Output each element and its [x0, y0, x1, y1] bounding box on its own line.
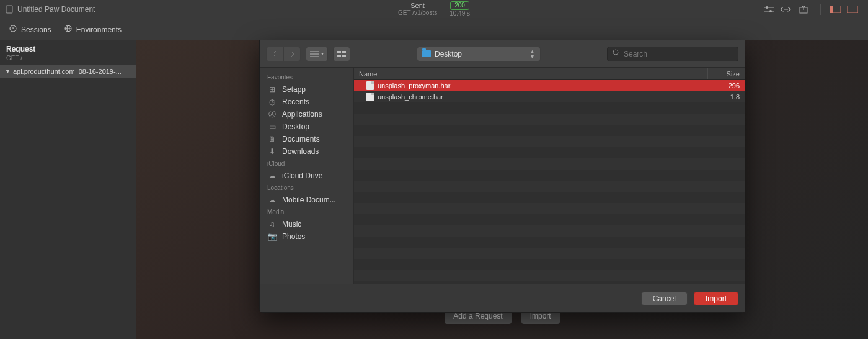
file-row[interactable]: unsplash_chrome.har 1.8 — [354, 91, 745, 102]
tree-item[interactable]: ▼ api.producthunt.com_08-16-2019-... — [0, 65, 136, 78]
globe-icon — [64, 24, 73, 35]
export-icon[interactable] — [797, 4, 810, 15]
sidebar-item-recents[interactable]: ◷Recents — [260, 96, 353, 108]
right-panel-toggle-icon[interactable] — [846, 4, 859, 15]
file-size: 1.8 — [707, 93, 745, 101]
nav-forward-button[interactable] — [283, 47, 301, 61]
dialog-toolbar: ▾ Desktop ▲▼ — [260, 40, 745, 68]
left-panel-toggle-icon[interactable] — [828, 4, 842, 15]
sidebar-item-label: Downloads — [282, 147, 319, 156]
search-input[interactable] — [624, 50, 733, 58]
history-icon — [9, 24, 17, 35]
file-name: unsplash_chrome.har — [378, 93, 707, 101]
file-icon — [366, 93, 374, 101]
status-path: GET /v1/posts — [398, 9, 437, 17]
sidebar-item-label: Recents — [282, 97, 309, 106]
titlebar-status: Sent GET /v1/posts 200 10.49 s — [0, 1, 868, 17]
request-title: Request — [0, 40, 136, 55]
svg-rect-18 — [337, 55, 341, 57]
svg-rect-7 — [830, 6, 833, 13]
settings-sliders-icon[interactable] — [762, 4, 776, 15]
downloads-icon: ⬇ — [267, 147, 277, 156]
link-icon[interactable] — [779, 4, 793, 15]
svg-rect-16 — [337, 51, 341, 53]
sidebar-item-label: Setapp — [282, 85, 306, 94]
main-area: Add a Request Import ▾ — [136, 40, 868, 339]
sidebar-section-icloud: iCloud — [260, 158, 353, 170]
sidebar-section-locations: Locations — [260, 182, 353, 194]
sidebar-item-label: Photos — [282, 232, 305, 241]
sidebar-section-media: Media — [260, 206, 353, 218]
sidebar-item-desktop[interactable]: ▭Desktop — [260, 120, 353, 133]
svg-rect-0 — [6, 6, 12, 13]
svg-point-20 — [613, 50, 618, 55]
svg-rect-19 — [342, 55, 346, 57]
cancel-button[interactable]: Cancel — [641, 292, 688, 305]
search-icon — [613, 49, 620, 58]
tab-sessions[interactable]: Sessions — [9, 24, 51, 35]
sidebar-item-music[interactable]: ♫Music — [260, 218, 353, 230]
file-list[interactable]: unsplash_proxyman.har 296 unsplash_chrom… — [354, 80, 745, 284]
sidebar-item-applications[interactable]: ⒶApplications — [260, 108, 353, 120]
camera-icon: 📷 — [267, 232, 277, 241]
file-area: Name Size unsplash_proxyman.har 296 unsp… — [354, 68, 745, 284]
documents-icon: 🗎 — [267, 135, 277, 143]
column-name[interactable]: Name — [354, 70, 707, 78]
svg-rect-8 — [847, 6, 858, 13]
file-size: 296 — [707, 82, 745, 89]
status-timing: 10.49 s — [450, 10, 470, 17]
sidebar-item-label: iCloud Drive — [282, 171, 322, 180]
clock-icon: ◷ — [267, 97, 277, 106]
path-label: Desktop — [435, 50, 462, 58]
subtoolbar: Sessions Environments — [0, 19, 868, 40]
cloud-icon: ☁ — [267, 196, 277, 204]
sidebar-item-downloads[interactable]: ⬇Downloads — [260, 145, 353, 158]
applications-icon: Ⓐ — [267, 110, 277, 119]
grid-icon: ⊞ — [267, 85, 277, 94]
path-selector[interactable]: Desktop ▲▼ — [417, 47, 541, 61]
sidebar-item-icloud-drive[interactable]: ☁iCloud Drive — [260, 170, 353, 182]
sidebar-item-label: Mobile Docum... — [282, 196, 336, 204]
music-icon: ♫ — [267, 220, 277, 228]
tab-environments-label: Environments — [76, 25, 122, 34]
status-code-badge: 200 — [450, 1, 469, 10]
sidebar-item-mobile-documents[interactable]: ☁Mobile Docum... — [260, 194, 353, 206]
disclosure-triangle-icon[interactable]: ▼ — [5, 68, 11, 75]
search-field[interactable] — [607, 47, 738, 61]
nav-back-button[interactable] — [266, 47, 283, 61]
updown-icon: ▲▼ — [529, 49, 535, 59]
file-icon — [366, 81, 374, 90]
document-icon — [5, 5, 14, 14]
tab-sessions-label: Sessions — [21, 25, 51, 34]
tab-environments[interactable]: Environments — [64, 24, 122, 35]
titlebar: Untitled Paw Document Sent GET /v1/posts… — [0, 0, 868, 19]
column-size[interactable]: Size — [707, 68, 745, 79]
import-confirm-button[interactable]: Import — [694, 292, 738, 305]
open-file-dialog: ▾ Desktop ▲▼ — [259, 40, 745, 313]
sidebar-section-favorites: Favorites — [260, 71, 353, 83]
file-name: unsplash_proxyman.har — [378, 82, 707, 89]
sidebar-item-photos[interactable]: 📷Photos — [260, 230, 353, 243]
cloud-icon: ☁ — [267, 171, 277, 180]
desktop-icon: ▭ — [267, 122, 277, 131]
status-state: Sent — [410, 2, 425, 9]
sidebar-item-label: Documents — [282, 135, 320, 143]
sidebar-item-label: Desktop — [282, 122, 309, 131]
view-mode-button[interactable]: ▾ — [306, 47, 328, 61]
tree-item-label: api.producthunt.com_08-16-2019-... — [13, 68, 122, 75]
svg-rect-17 — [342, 51, 346, 53]
sidebar-item-label: Applications — [282, 110, 322, 119]
column-headers: Name Size — [354, 68, 745, 80]
group-button[interactable] — [333, 47, 350, 61]
svg-line-21 — [618, 54, 619, 56]
sidebar-item-documents[interactable]: 🗎Documents — [260, 133, 353, 145]
chevron-down-icon: ▾ — [321, 51, 324, 56]
request-sidebar: Request GET / ▼ api.producthunt.com_08-1… — [0, 40, 136, 339]
svg-point-3 — [766, 6, 768, 9]
sidebar-item-setapp[interactable]: ⊞Setapp — [260, 83, 353, 96]
finder-sidebar: Favorites ⊞Setapp ◷Recents ⒶApplications… — [260, 68, 354, 284]
sidebar-item-label: Music — [282, 220, 301, 228]
file-row[interactable]: unsplash_proxyman.har 296 — [354, 80, 745, 91]
svg-point-4 — [769, 10, 772, 12]
request-method-path: GET / — [0, 55, 136, 65]
